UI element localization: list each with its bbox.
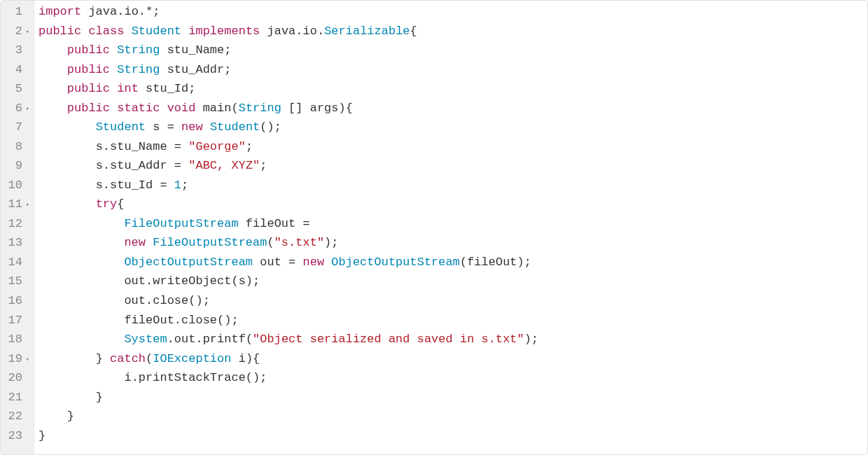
token-str: "George" (188, 140, 246, 153)
code-line[interactable]: public class Student implements java.io.… (38, 22, 867, 41)
fold-toggle-icon[interactable]: ▾ (24, 27, 29, 38)
gutter-row: 2▾ (8, 22, 29, 41)
token-punc: = (160, 120, 181, 134)
code-line[interactable]: } catch(IOException i){ (38, 349, 867, 369)
token-punc: . (146, 274, 153, 288)
gutter-row: 12 (8, 214, 29, 234)
token-punc: (); (260, 120, 281, 134)
code-line[interactable]: import java.io.*; (38, 2, 867, 22)
token-kw: public (67, 82, 110, 95)
token-type: Student (210, 120, 260, 134)
token-punc: ){ (246, 352, 260, 365)
token-punc: } (96, 391, 103, 404)
token-ws (253, 255, 260, 269)
token-ws (110, 102, 117, 115)
line-number: 1 (15, 2, 22, 22)
line-number: 17 (8, 311, 22, 330)
token-punc: } (67, 410, 74, 423)
token-pkg: io (124, 5, 138, 18)
code-line[interactable]: public String stu_Addr; (38, 60, 867, 80)
token-type: IOException (153, 352, 231, 365)
token-punc: { (410, 24, 417, 38)
token-kw: static (117, 102, 160, 115)
line-number: 6 (15, 99, 22, 118)
token-kw: public (67, 63, 110, 76)
token-kw: new (302, 255, 324, 269)
token-ws (139, 82, 146, 95)
token-punc: = (295, 217, 309, 230)
line-number: 23 (8, 426, 22, 446)
token-ws (110, 43, 117, 57)
token-num: 1 (174, 178, 181, 192)
code-line[interactable]: System.out.printf("Object serialized and… (38, 330, 867, 349)
token-pkg: java (88, 5, 117, 18)
gutter-row: 13 (8, 233, 29, 253)
line-number: 7 (15, 118, 22, 137)
token-meth: printStackTrace (139, 371, 246, 384)
token-kw: public (38, 24, 81, 38)
token-type: System (124, 332, 167, 346)
token-ws (38, 178, 96, 192)
code-line[interactable]: public String stu_Name; (38, 41, 867, 60)
token-punc: . (103, 140, 110, 153)
token-punc: ); (517, 255, 531, 269)
line-number: 16 (8, 291, 22, 311)
line-number: 12 (8, 214, 22, 234)
code-line[interactable]: public int stu_Id; (38, 79, 867, 99)
fold-toggle-icon[interactable]: ▾ (24, 200, 29, 211)
token-kw: new (124, 236, 146, 249)
gutter-row: 11▾ (8, 195, 29, 214)
code-line[interactable]: } (38, 407, 867, 426)
token-punc: [] (281, 102, 310, 115)
code-line[interactable]: } (38, 388, 867, 407)
token-str: "s.txt" (274, 236, 324, 249)
token-ws (38, 82, 67, 95)
token-ident: s (96, 178, 103, 192)
code-editor[interactable]: 1 2▾3 4 5 6▾7 8 9 10 11▾12 13 14 15 16 1… (0, 0, 868, 455)
line-number: 9 (15, 156, 22, 176)
code-line[interactable]: public static void main(String [] args){ (38, 99, 867, 118)
code-line[interactable]: new FileOutputStream("s.txt"); (38, 233, 867, 253)
token-ident: stu_Name (110, 140, 167, 153)
line-number: 21 (8, 388, 22, 407)
line-number: 10 (8, 176, 22, 195)
code-line[interactable]: fileOut.close(); (38, 311, 867, 330)
token-kw: catch (110, 352, 146, 365)
token-ws (231, 352, 238, 365)
line-number: 11 (8, 195, 22, 214)
token-punc: ( (231, 102, 238, 115)
token-kw: public (67, 43, 110, 57)
token-str: "Object serialized and saved in s.txt" (253, 332, 524, 346)
fold-toggle-icon[interactable]: ▾ (24, 104, 29, 115)
code-area[interactable]: import java.io.*;public class Student im… (34, 1, 867, 454)
token-punc: . (103, 178, 110, 192)
code-line[interactable]: FileOutputStream fileOut = (38, 214, 867, 234)
code-line[interactable]: Student s = new Student(); (38, 118, 867, 137)
code-line[interactable]: i.printStackTrace(); (38, 368, 867, 388)
token-ws (124, 24, 131, 38)
code-line[interactable]: out.writeObject(s); (38, 272, 867, 291)
code-line[interactable]: ObjectOutputStream out = new ObjectOutpu… (38, 253, 867, 272)
code-line[interactable]: try{ (38, 195, 867, 214)
token-kw: try (96, 197, 118, 211)
token-pkg: io (303, 24, 317, 38)
code-line[interactable]: s.stu_Id = 1; (38, 176, 867, 195)
token-punc: ; (224, 43, 231, 57)
token-ident: fileOut (246, 217, 295, 230)
token-meth: writeObject (153, 274, 231, 288)
code-line[interactable]: s.stu_Name = "George"; (38, 137, 867, 157)
token-punc: . (103, 159, 110, 172)
token-kw: public (67, 102, 110, 115)
code-line[interactable]: out.close(); (38, 291, 867, 311)
token-ident: i (239, 352, 246, 365)
code-line[interactable]: } (38, 426, 867, 446)
fold-toggle-icon[interactable]: ▾ (24, 355, 29, 365)
token-ws (160, 102, 167, 115)
code-line[interactable]: s.stu_Addr = "ABC, XYZ"; (38, 156, 867, 176)
line-number: 3 (15, 41, 22, 60)
token-type: Student (132, 24, 181, 38)
token-ws (38, 236, 124, 249)
token-ws (160, 63, 167, 76)
token-ws (38, 255, 124, 269)
token-ident: out (124, 294, 146, 307)
